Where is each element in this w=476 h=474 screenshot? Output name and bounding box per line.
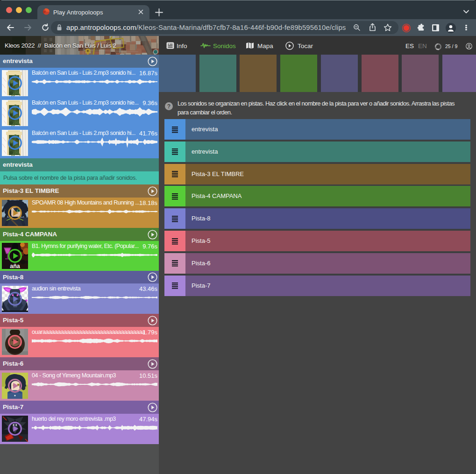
svg-text:?: ? — [167, 103, 171, 110]
